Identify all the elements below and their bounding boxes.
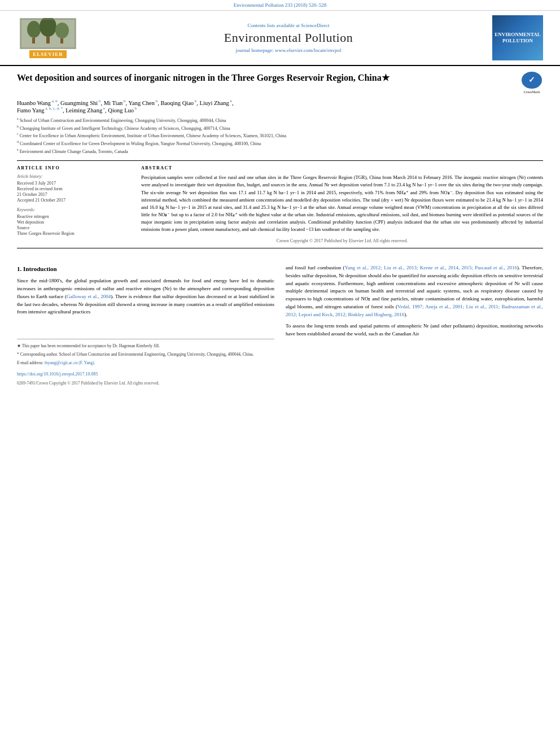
article-title: Wet deposition and sources of inorganic … [17,72,515,84]
crossmark-label: CrossMark [523,90,540,94]
author-guangming: Guangming Shi [60,100,98,106]
intro-para3: To assess the long-term trends and spati… [286,322,543,338]
revised-label: Received in revised form [17,186,130,191]
journal-name: Environmental Pollution [85,30,492,45]
svg-rect-6 [60,38,63,43]
author-qiong: Qiong Luo [108,107,134,113]
affil-a: a School of Urban Construction and Envir… [17,116,543,124]
body-col-left: 1. Introduction Since the mid-1800's, th… [17,264,274,387]
keywords-section: Keywords: Reactive nitrogen Wet depositi… [17,207,130,236]
divider-2 [17,248,543,248]
ref-galloway[interactable]: Galloway et al., 2004 [67,294,111,299]
cover-title: ENVIRONMENTAL POLLUTION [495,32,541,44]
abstract-header: ABSTRACT [141,165,543,171]
issn-line: 0269-7491/Crown Copyright © 2017 Publish… [17,380,274,387]
received-date: Received 3 July 2017 [17,181,130,186]
authors: Huanbo Wang a, b, Guangming Shi b, Mi Ti… [17,99,543,113]
elsevier-logo: ELSEVIER [11,18,85,58]
intro-para2: and fossil fuel combustion (Yang et al.,… [286,264,543,320]
affiliations: a School of Urban Construction and Envir… [17,116,543,155]
journal-title-area: Contents lists available at ScienceDirec… [85,23,492,53]
article-info-abstract: ARTICLE INFO Article history: Received 3… [17,165,543,243]
body-col-right: and fossil fuel combustion (Yang et al.,… [286,264,543,387]
author-liuyi: Liuyi Zhang [200,100,229,106]
svg-rect-2 [32,38,35,43]
keyword-2: Wet deposition [17,220,130,225]
keyword-3: Source [17,225,130,230]
intro-para1: Since the mid-1800's, the global populat… [17,277,274,317]
article-history-label: Article history: [17,174,130,179]
author-huanbo: Huanbo Wang [17,100,51,106]
journal-cover: ENVIRONMENTAL POLLUTION [492,15,549,60]
crossmark-icon: ✓ [522,72,542,89]
doi-area: https://doi.org/10.1016/j.envpol.2017.10… [17,370,274,378]
affil-e: e Environment and Climate Change Canada,… [17,147,543,155]
keyword-1: Reactive nitrogen [17,214,130,219]
body-area: 1. Introduction Since the mid-1800's, th… [0,259,560,392]
journal-header: ELSEVIER Contents lists available at Sci… [0,11,560,66]
copyright: Crown Copyright © 2017 Published by Else… [141,238,543,243]
affil-b: b Chongqing Institute of Green and Intel… [17,124,543,132]
keywords-label: Keywords: [17,207,130,212]
ref-vedal[interactable]: Vedal, 1997; Aneja et al., 2001; Liu et … [286,304,543,317]
article-info: ARTICLE INFO Article history: Received 3… [17,165,130,236]
ref-yang2012[interactable]: Yang et al., 2012; Liu et al., 2013; Kee… [345,265,517,270]
revised-date: 21 October 2017 [17,192,130,197]
elsevier-label: ELSEVIER [29,50,67,58]
author-yang: Yang Chen [128,100,154,106]
article-info-column: ARTICLE INFO Article history: Received 3… [17,165,130,243]
doi-link[interactable]: https://doi.org/10.1016/j.envpol.2017.10… [17,372,98,377]
info-dates: Received 3 July 2017 Received in revised… [17,181,130,203]
divider-1 [17,160,543,161]
author-mi: Mi Tian [104,100,123,106]
journal-citation: Environmental Pollution 233 (2018) 520–5… [0,0,560,11]
journal-homepage: journal homepage: www.elsevier.com/locat… [85,47,492,53]
article-info-header: ARTICLE INFO [17,165,130,171]
body-columns: 1. Introduction Since the mid-1800's, th… [17,264,543,387]
footnote-star2: * Corresponding author. School of Urban … [17,351,274,358]
svg-rect-4 [46,37,50,43]
sciencedirect-link[interactable]: ScienceDirect [301,23,329,28]
abstract-column: ABSTRACT Precipitation samples were coll… [141,165,543,243]
abstract-section: ABSTRACT Precipitation samples were coll… [141,165,543,243]
footnote-star1: ★ This paper has been recommended for ac… [17,343,274,350]
author-fumo: Fumo Yang [17,107,44,113]
journal-cover-image: ENVIRONMENTAL POLLUTION [492,15,543,60]
svg-point-1 [27,21,41,38]
affil-d: d Coordinated Center of Excellence for G… [17,139,543,147]
email-link[interactable]: fnyang@cigit.ac.cn (F. Yang). [45,360,95,365]
article-title-row: Wet deposition and sources of inorganic … [17,72,543,94]
affil-c: c Center for Excellence in Urban Atmosph… [17,132,543,139]
author-baoqing: Baoqing Qiao [160,100,194,106]
svg-point-5 [55,23,69,38]
intro-heading: 1. Introduction [17,264,274,274]
accepted-date: Accepted 21 October 2017 [17,198,130,203]
author-leiming: Leiming Zhang [65,107,102,113]
crossmark-badge[interactable]: ✓ CrossMark [520,72,543,94]
abstract-text: Precipitation samples were collected at … [141,174,543,233]
article-area: Wet deposition and sources of inorganic … [0,66,560,259]
keyword-4: Three Gorges Reservoir Region [17,231,130,236]
contents-available: Contents lists available at ScienceDirec… [85,23,492,28]
footnotes: ★ This paper has been recommended for ac… [17,339,274,366]
elsevier-logo-area: ELSEVIER [11,18,85,58]
elsevier-tree-image [20,18,76,49]
homepage-url[interactable]: www.elsevier.com/locate/envpol [275,47,341,53]
footnote-email: E-mail address: fnyang@cigit.ac.cn (F. Y… [17,360,274,366]
